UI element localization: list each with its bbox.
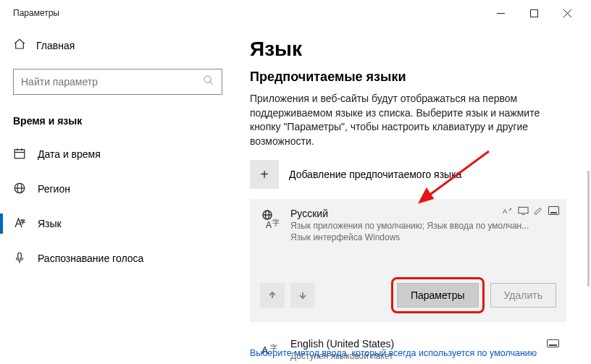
sidebar-item-label: Регион: [38, 183, 70, 195]
sidebar-item-speech[interactable]: Распознавание голоса: [0, 241, 235, 276]
svg-text:字: 字: [20, 219, 25, 224]
svg-point-4: [204, 76, 211, 82]
add-language-row[interactable]: + Добавление предпочитаемого языка: [250, 160, 577, 189]
svg-rect-24: [519, 208, 528, 213]
keyboard-icon: [548, 206, 559, 215]
svg-text:↗: ↗: [508, 207, 512, 212]
window-title: Параметры: [7, 8, 484, 18]
language-item-selected[interactable]: A字 Русский Язык приложения по умолчанию;…: [250, 199, 566, 322]
svg-text:A: A: [266, 220, 272, 229]
sidebar-item-datetime[interactable]: Дата и время: [0, 137, 235, 172]
scrollbar[interactable]: [587, 171, 590, 287]
sidebar-item-region[interactable]: Регион: [0, 172, 235, 206]
language-icon: 字: [13, 216, 26, 232]
move-down-button[interactable]: [290, 283, 315, 308]
svg-rect-15: [18, 253, 22, 259]
sidebar: Главная Время и язык Дата и время Регион…: [0, 26, 235, 364]
search-input-container[interactable]: [13, 69, 222, 95]
maximize-button[interactable]: [517, 2, 550, 24]
globe-icon: [13, 182, 26, 197]
section-subtitle: Предпочитаемые языки: [250, 69, 577, 85]
section-description: Приложения и веб-сайты будут отображатьс…: [250, 92, 561, 148]
svg-rect-1: [530, 9, 537, 17]
sidebar-home-label: Главная: [36, 40, 75, 51]
display-icon: [518, 206, 529, 215]
svg-line-5: [210, 82, 213, 85]
microphone-icon: [13, 251, 26, 266]
language-glyph-icon: A字: [260, 208, 280, 242]
titlebar: Параметры: [0, 0, 591, 26]
move-up-button[interactable]: [260, 283, 285, 308]
sidebar-item-label: Дата и время: [38, 148, 101, 160]
handwriting-icon: [533, 206, 544, 215]
svg-rect-6: [14, 149, 25, 158]
language-feature-icons: A↗: [503, 206, 559, 215]
content: Язык Предпочитаемые языки Приложения и в…: [235, 26, 591, 364]
sidebar-item-label: Распознавание голоса: [38, 253, 143, 264]
options-button[interactable]: Параметры: [397, 283, 479, 308]
search-input[interactable]: [21, 76, 203, 88]
plus-icon: +: [250, 160, 279, 189]
add-language-label: Добавление предпочитаемого языка: [289, 169, 461, 180]
minimize-button[interactable]: [484, 2, 517, 24]
svg-text:字: 字: [272, 219, 280, 227]
calendar-icon: [13, 147, 26, 162]
sidebar-item-label: Язык: [38, 218, 62, 229]
search-icon: [203, 75, 214, 89]
page-title: Язык: [250, 38, 577, 61]
home-icon: [13, 38, 26, 53]
language-subtitle-2: Язык интерфейса Windows: [290, 232, 556, 242]
annotation-highlight: Параметры: [391, 277, 485, 313]
sidebar-home[interactable]: Главная: [0, 32, 235, 59]
remove-button[interactable]: Удалить: [490, 283, 556, 308]
footer-link[interactable]: Выберите метод ввода, который всегда исп…: [250, 342, 577, 364]
sidebar-item-language[interactable]: 字 Язык: [0, 206, 235, 241]
tts-icon: A↗: [503, 206, 514, 215]
sidebar-section-title: Время и язык: [0, 108, 235, 137]
close-button[interactable]: [550, 2, 584, 24]
language-subtitle: Язык приложения по умолчанию; Язык ввода…: [290, 221, 529, 231]
